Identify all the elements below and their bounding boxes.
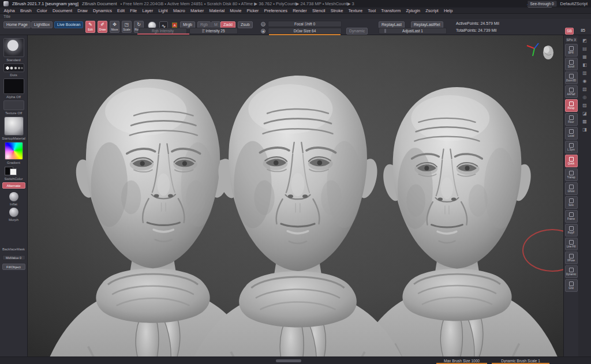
panel-icon-3[interactable]: ▥ — [582, 70, 587, 76]
mid-value-slider[interactable]: MidValue 0 — [2, 255, 25, 260]
adjust-last-slider[interactable]: AdjustLast 1 — [379, 28, 447, 34]
edit-button[interactable]: ✎ Edit — [85, 21, 95, 33]
panel-icon-7[interactable]: ▨ — [582, 103, 587, 108]
titlebar-see-through-0[interactable]: See-through 0 — [528, 1, 557, 7]
sculpt-canvas[interactable] — [28, 35, 563, 357]
menu-item-light[interactable]: Light — [156, 8, 170, 13]
menu-item-document[interactable]: Document — [50, 8, 74, 13]
alternate-button[interactable]: Alternate — [2, 182, 25, 189]
menu-item-stencil[interactable]: Stencil — [309, 8, 328, 13]
backface-mask-button[interactable]: BackfaceMask — [2, 247, 25, 252]
right-shelf-xpose[interactable]: XPose — [565, 252, 578, 264]
lightbox-button[interactable]: LightBox — [31, 21, 53, 28]
z-intensity-notch[interactable] — [202, 29, 204, 33]
menu-item-picker[interactable]: Picker — [244, 8, 261, 13]
menu-item-brush[interactable]: Brush — [17, 8, 34, 13]
menu-item-zplugin[interactable]: Zplugin — [403, 8, 423, 13]
menu-item-material[interactable]: Material — [207, 8, 227, 13]
inflat-label: Inflat — [10, 202, 17, 207]
open-right-tray-icon[interactable]: ◩ — [582, 38, 587, 43]
right-shelf-line-fill[interactable]: Line Fill — [565, 238, 578, 250]
right-shelf-bpr[interactable]: BPR — [565, 44, 578, 57]
menu-item-draw[interactable]: Draw — [75, 8, 91, 13]
adjust-last-notch[interactable] — [384, 29, 386, 33]
right-shelf-floor[interactable]: Floor — [565, 113, 578, 126]
menu-item-render[interactable]: Render — [290, 8, 310, 13]
current-texture-thumbnail[interactable] — [3, 100, 24, 110]
color-picker[interactable] — [5, 142, 23, 160]
home-page-button[interactable]: Home Page — [3, 21, 31, 28]
sb-button[interactable]: SB — [565, 28, 574, 35]
divider-icon[interactable]: ▤ — [582, 46, 587, 51]
draw-size-icon: ◉ — [261, 29, 265, 33]
menu-item-color[interactable]: Color — [34, 8, 50, 13]
spix-slider[interactable]: SPix 3 — [565, 37, 578, 43]
morph-brush-icon[interactable] — [9, 208, 18, 217]
menu-item-tool[interactable]: Tool — [365, 8, 379, 13]
panel-icon-2[interactable]: ◧ — [582, 62, 587, 67]
dynamic-icon — [569, 268, 574, 272]
right-shelf-grid[interactable]: Grid — [565, 279, 578, 292]
draw-size-slider[interactable]: Draw Size 64 — [268, 28, 342, 34]
menu-item-marker[interactable]: Marker — [188, 8, 207, 13]
document-canvas[interactable] — [28, 35, 563, 357]
current-alpha-thumbnail[interactable] — [3, 78, 24, 94]
move-button[interactable]: ✥ Move — [110, 21, 119, 33]
menu-item-alpha[interactable]: Alpha — [1, 8, 17, 13]
menu-item-dynamics[interactable]: Dynamics — [90, 8, 114, 13]
menu-item-movie[interactable]: Movie — [227, 8, 244, 13]
menu-item-preferences[interactable]: Preferences — [261, 8, 290, 13]
menu-item-file[interactable]: File — [128, 8, 140, 13]
menu-item-edit[interactable]: Edit — [114, 8, 127, 13]
panel-icon-10[interactable]: ◨ — [582, 127, 587, 132]
draw-button[interactable]: ✐ Draw — [98, 21, 107, 33]
current-stroke-thumbnail[interactable] — [3, 63, 24, 72]
dynamic-toggle[interactable]: Dynamic — [346, 28, 368, 35]
panel-icon-8[interactable]: ◪ — [582, 111, 587, 116]
draw-size-notch[interactable] — [297, 29, 299, 33]
current-material-thumbnail[interactable] — [4, 117, 24, 136]
right-shelf-aahalf[interactable]: AAHalf — [565, 85, 578, 98]
right-shelf-zoom3d[interactable]: Zoom3D — [565, 72, 578, 84]
menu-item-layer[interactable]: Layer — [140, 8, 156, 13]
panel-icon-9[interactable]: ▩ — [582, 119, 587, 124]
current-brush-thumbnail[interactable] — [3, 38, 24, 57]
panel-icon-5[interactable]: ▧ — [582, 87, 587, 92]
max-brush-size-slider[interactable]: Max Brush Size 1000 — [436, 358, 487, 363]
focal-shift-notch[interactable] — [305, 22, 306, 26]
dynamic-brush-scale-slider[interactable]: Dynamic Brush Scale 1 — [492, 358, 549, 363]
color-swatch[interactable]: A — [172, 22, 177, 28]
menu-item-stroke[interactable]: Stroke — [328, 8, 346, 13]
menu-item-help[interactable]: Help — [441, 8, 455, 13]
right-shelf-ghost[interactable]: Ghost — [565, 182, 578, 195]
menu-item-transform[interactable]: Transform — [379, 8, 403, 13]
right-shelf-frame[interactable]: Frame — [565, 210, 578, 223]
inflat-brush-icon[interactable] — [9, 192, 18, 201]
panel-icon-6[interactable]: ◎ — [583, 95, 587, 100]
right-shelf-transp[interactable]: Transp — [565, 168, 578, 181]
canvas-scrollbar-handle[interactable] — [276, 359, 301, 362]
live-boolean-button[interactable]: Live Boolean — [54, 21, 83, 28]
fill-object-button[interactable]: FillObject — [2, 264, 25, 270]
scale-button[interactable]: ◳ Scale — [122, 21, 132, 33]
right-shelf-scroll[interactable]: Scroll — [565, 58, 578, 70]
panel-icon-1[interactable]: ▦ — [582, 54, 587, 59]
right-shelf-persp[interactable]: Persp — [565, 99, 578, 112]
right-shelf-l-sym[interactable]: L.Sym — [565, 141, 578, 153]
menu-item-zscript[interactable]: Zscript — [423, 8, 442, 13]
right-shelf-local[interactable]: Local — [565, 127, 578, 140]
secondary-color-swatch[interactable] — [10, 168, 17, 175]
camera-nav-widget[interactable] — [525, 42, 555, 67]
titlebar-defaultzscript[interactable]: DefaultZScript — [560, 1, 588, 6]
menu-item-texture[interactable]: Texture — [346, 8, 365, 13]
panel-icon-4[interactable]: ◉ — [583, 78, 587, 84]
right-shelf-polyf[interactable]: PolyF — [565, 224, 578, 237]
right-shelf-solo[interactable]: Solo — [565, 196, 578, 209]
right-shelf-quick[interactable]: Quick — [565, 155, 578, 167]
menu-item-macro[interactable]: Macro — [170, 8, 188, 13]
focal-shift-slider[interactable]: Focal Shift 0 — [268, 21, 342, 27]
zsub-button[interactable]: Zsub — [238, 21, 253, 28]
switch-color-widget[interactable] — [3, 166, 24, 176]
z-intensity-slider[interactable]: Z Intensity 25 — [189, 28, 238, 34]
right-shelf-dynamic[interactable]: Dynamic — [565, 265, 578, 278]
